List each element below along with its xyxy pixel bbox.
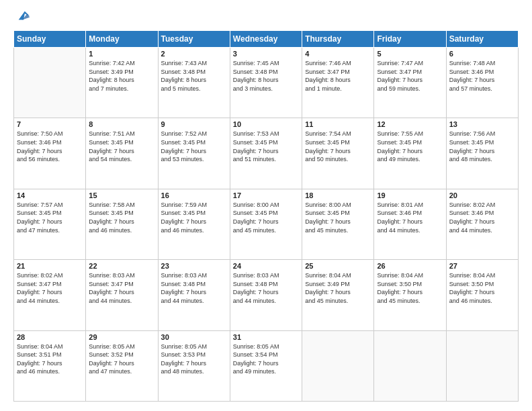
calendar-cell (374, 330, 446, 401)
day-number: 11 (305, 120, 371, 128)
day-info: Sunrise: 8:03 AM Sunset: 3:48 PM Dayligh… (161, 271, 227, 305)
day-number: 26 (377, 262, 443, 270)
calendar-cell: 5Sunrise: 7:47 AM Sunset: 3:47 PM Daylig… (374, 48, 446, 118)
calendar-cell: 21Sunrise: 8:02 AM Sunset: 3:47 PM Dayli… (14, 260, 86, 330)
calendar: SundayMondayTuesdayWednesdayThursdayFrid… (13, 30, 519, 402)
week-row-4: 21Sunrise: 8:02 AM Sunset: 3:47 PM Dayli… (14, 260, 519, 330)
calendar-cell: 26Sunrise: 8:04 AM Sunset: 3:50 PM Dayli… (374, 260, 446, 330)
calendar-cell: 17Sunrise: 8:00 AM Sunset: 3:45 PM Dayli… (230, 189, 302, 259)
day-number: 8 (89, 120, 154, 128)
week-row-3: 14Sunrise: 7:57 AM Sunset: 3:45 PM Dayli… (14, 189, 519, 259)
day-number: 16 (161, 191, 227, 199)
day-info: Sunrise: 7:46 AM Sunset: 3:47 PM Dayligh… (305, 59, 371, 93)
calendar-cell: 3Sunrise: 7:45 AM Sunset: 3:48 PM Daylig… (230, 48, 302, 118)
day-info: Sunrise: 8:02 AM Sunset: 3:47 PM Dayligh… (17, 271, 83, 305)
calendar-cell: 10Sunrise: 7:53 AM Sunset: 3:45 PM Dayli… (230, 118, 302, 189)
day-number: 14 (17, 191, 83, 199)
day-number: 27 (449, 262, 515, 270)
weekday-header-monday: Monday (86, 31, 158, 48)
calendar-cell: 1Sunrise: 7:42 AM Sunset: 3:49 PM Daylig… (86, 48, 158, 118)
day-number: 9 (161, 120, 227, 128)
day-number: 21 (17, 262, 83, 270)
day-info: Sunrise: 8:00 AM Sunset: 3:45 PM Dayligh… (233, 201, 299, 234)
header (13, 12, 519, 24)
calendar-cell: 20Sunrise: 8:02 AM Sunset: 3:46 PM Dayli… (446, 189, 518, 259)
calendar-cell: 29Sunrise: 8:05 AM Sunset: 3:52 PM Dayli… (86, 330, 158, 401)
day-info: Sunrise: 7:54 AM Sunset: 3:45 PM Dayligh… (305, 130, 371, 163)
day-info: Sunrise: 8:03 AM Sunset: 3:47 PM Dayligh… (89, 271, 154, 305)
calendar-cell: 9Sunrise: 7:52 AM Sunset: 3:45 PM Daylig… (158, 118, 230, 189)
day-number: 6 (449, 50, 515, 58)
calendar-cell: 6Sunrise: 7:48 AM Sunset: 3:46 PM Daylig… (446, 48, 518, 118)
day-number: 28 (17, 333, 83, 341)
calendar-cell (302, 330, 374, 401)
day-number: 24 (233, 262, 299, 270)
weekday-header-friday: Friday (374, 31, 446, 48)
day-info: Sunrise: 7:50 AM Sunset: 3:46 PM Dayligh… (17, 130, 83, 163)
weekday-header-thursday: Thursday (302, 31, 374, 48)
calendar-cell: 12Sunrise: 7:55 AM Sunset: 3:45 PM Dayli… (374, 118, 446, 189)
day-info: Sunrise: 7:53 AM Sunset: 3:45 PM Dayligh… (233, 130, 299, 163)
calendar-cell (446, 330, 518, 401)
day-info: Sunrise: 7:58 AM Sunset: 3:45 PM Dayligh… (89, 201, 154, 234)
calendar-cell: 18Sunrise: 8:00 AM Sunset: 3:45 PM Dayli… (302, 189, 374, 259)
day-number: 18 (305, 191, 371, 199)
calendar-cell: 2Sunrise: 7:43 AM Sunset: 3:48 PM Daylig… (158, 48, 230, 118)
day-info: Sunrise: 7:45 AM Sunset: 3:48 PM Dayligh… (233, 59, 299, 93)
calendar-cell: 27Sunrise: 8:04 AM Sunset: 3:50 PM Dayli… (446, 260, 518, 330)
day-number: 12 (377, 120, 443, 128)
week-row-2: 7Sunrise: 7:50 AM Sunset: 3:46 PM Daylig… (14, 118, 519, 189)
day-number: 10 (233, 120, 299, 128)
day-info: Sunrise: 8:05 AM Sunset: 3:54 PM Dayligh… (233, 342, 299, 376)
page: SundayMondayTuesdayWednesdayThursdayFrid… (0, 0, 532, 411)
calendar-cell: 13Sunrise: 7:56 AM Sunset: 3:45 PM Dayli… (446, 118, 518, 189)
day-info: Sunrise: 8:05 AM Sunset: 3:53 PM Dayligh… (161, 342, 227, 376)
day-number: 2 (161, 50, 227, 58)
calendar-cell: 22Sunrise: 8:03 AM Sunset: 3:47 PM Dayli… (86, 260, 158, 330)
calendar-cell: 19Sunrise: 8:01 AM Sunset: 3:46 PM Dayli… (374, 189, 446, 259)
day-info: Sunrise: 8:04 AM Sunset: 3:49 PM Dayligh… (305, 271, 371, 305)
day-info: Sunrise: 8:04 AM Sunset: 3:50 PM Dayligh… (377, 271, 443, 305)
day-number: 1 (89, 50, 154, 58)
day-info: Sunrise: 8:05 AM Sunset: 3:52 PM Dayligh… (89, 342, 154, 376)
day-number: 25 (305, 262, 371, 270)
day-number: 19 (377, 191, 443, 199)
calendar-cell: 23Sunrise: 8:03 AM Sunset: 3:48 PM Dayli… (158, 260, 230, 330)
day-number: 4 (305, 50, 371, 58)
day-number: 20 (449, 191, 515, 199)
day-info: Sunrise: 8:02 AM Sunset: 3:46 PM Dayligh… (449, 201, 515, 234)
day-info: Sunrise: 7:51 AM Sunset: 3:45 PM Dayligh… (89, 130, 154, 163)
day-number: 17 (233, 191, 299, 199)
calendar-cell: 16Sunrise: 7:59 AM Sunset: 3:45 PM Dayli… (158, 189, 230, 259)
day-info: Sunrise: 7:42 AM Sunset: 3:49 PM Dayligh… (89, 59, 154, 93)
day-number: 5 (377, 50, 443, 58)
calendar-cell (14, 48, 86, 118)
calendar-cell: 8Sunrise: 7:51 AM Sunset: 3:45 PM Daylig… (86, 118, 158, 189)
day-info: Sunrise: 8:04 AM Sunset: 3:51 PM Dayligh… (17, 342, 83, 376)
weekday-header-row: SundayMondayTuesdayWednesdayThursdayFrid… (14, 31, 519, 48)
day-number: 23 (161, 262, 227, 270)
day-info: Sunrise: 7:52 AM Sunset: 3:45 PM Dayligh… (161, 130, 227, 163)
logo (13, 12, 31, 24)
day-info: Sunrise: 7:43 AM Sunset: 3:48 PM Dayligh… (161, 59, 227, 93)
day-info: Sunrise: 7:48 AM Sunset: 3:46 PM Dayligh… (449, 59, 515, 93)
calendar-cell: 30Sunrise: 8:05 AM Sunset: 3:53 PM Dayli… (158, 330, 230, 401)
day-number: 29 (89, 333, 154, 341)
weekday-header-saturday: Saturday (446, 31, 518, 48)
logo-icon (16, 9, 31, 24)
day-info: Sunrise: 7:55 AM Sunset: 3:45 PM Dayligh… (377, 130, 443, 163)
day-info: Sunrise: 8:01 AM Sunset: 3:46 PM Dayligh… (377, 201, 443, 234)
day-info: Sunrise: 7:59 AM Sunset: 3:45 PM Dayligh… (161, 201, 227, 234)
day-number: 22 (89, 262, 154, 270)
day-number: 15 (89, 191, 154, 199)
day-number: 13 (449, 120, 515, 128)
day-number: 3 (233, 50, 299, 58)
weekday-header-tuesday: Tuesday (158, 31, 230, 48)
day-info: Sunrise: 7:56 AM Sunset: 3:45 PM Dayligh… (449, 130, 515, 163)
week-row-1: 1Sunrise: 7:42 AM Sunset: 3:49 PM Daylig… (14, 48, 519, 118)
weekday-header-sunday: Sunday (14, 31, 86, 48)
week-row-5: 28Sunrise: 8:04 AM Sunset: 3:51 PM Dayli… (14, 330, 519, 401)
calendar-cell: 11Sunrise: 7:54 AM Sunset: 3:45 PM Dayli… (302, 118, 374, 189)
calendar-cell: 4Sunrise: 7:46 AM Sunset: 3:47 PM Daylig… (302, 48, 374, 118)
calendar-cell: 31Sunrise: 8:05 AM Sunset: 3:54 PM Dayli… (230, 330, 302, 401)
